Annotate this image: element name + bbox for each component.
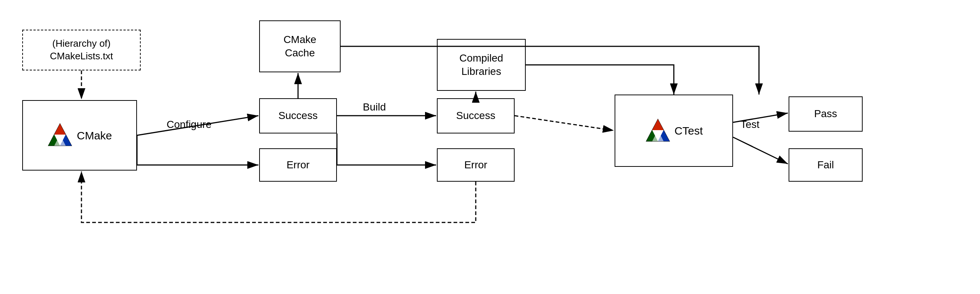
fail-label: Fail xyxy=(817,158,834,172)
svg-text:Build: Build xyxy=(363,101,386,113)
build-success-box: Success xyxy=(437,98,515,133)
svg-text:Configure: Configure xyxy=(167,119,212,130)
config-error-box: Error xyxy=(259,148,337,182)
hierarchy-label: (Hierarchy of) CMakeLists.txt xyxy=(23,37,140,63)
compiled-libraries-box: CompiledLibraries xyxy=(437,39,526,91)
config-error-label: Error xyxy=(286,158,310,172)
svg-line-19 xyxy=(515,116,614,131)
config-success-box: Success xyxy=(259,98,337,133)
svg-marker-1 xyxy=(54,124,66,134)
svg-line-21 xyxy=(733,137,788,164)
ctest-logo-icon xyxy=(645,118,671,144)
fail-box: Fail xyxy=(789,148,863,182)
config-success-label: Success xyxy=(278,109,318,122)
cmake-cache-label: CMakeCache xyxy=(283,33,317,60)
cmake-cache-box: CMakeCache xyxy=(259,21,340,72)
build-error-label: Error xyxy=(464,158,487,172)
ctest-box: CTest xyxy=(614,94,733,167)
build-error-box: Error xyxy=(437,148,515,182)
cmake-label: CMake xyxy=(76,128,112,143)
svg-line-13 xyxy=(137,116,258,135)
hierarchy-box: (Hierarchy of) CMakeLists.txt xyxy=(22,30,141,70)
ctest-label: CTest xyxy=(675,123,703,138)
cmake-box: CMake xyxy=(22,100,137,171)
svg-line-20 xyxy=(733,113,788,122)
cmake-logo-icon xyxy=(47,122,73,148)
pass-box: Pass xyxy=(789,96,863,132)
build-success-label: Success xyxy=(456,109,495,122)
pass-label: Pass xyxy=(814,107,837,120)
cmake-workflow-diagram: (Hierarchy of) CMakeLists.txt CMake CMak… xyxy=(0,0,980,294)
svg-text:Test: Test xyxy=(740,119,760,130)
compiled-libraries-label: CompiledLibraries xyxy=(460,51,503,78)
svg-marker-6 xyxy=(652,119,663,130)
